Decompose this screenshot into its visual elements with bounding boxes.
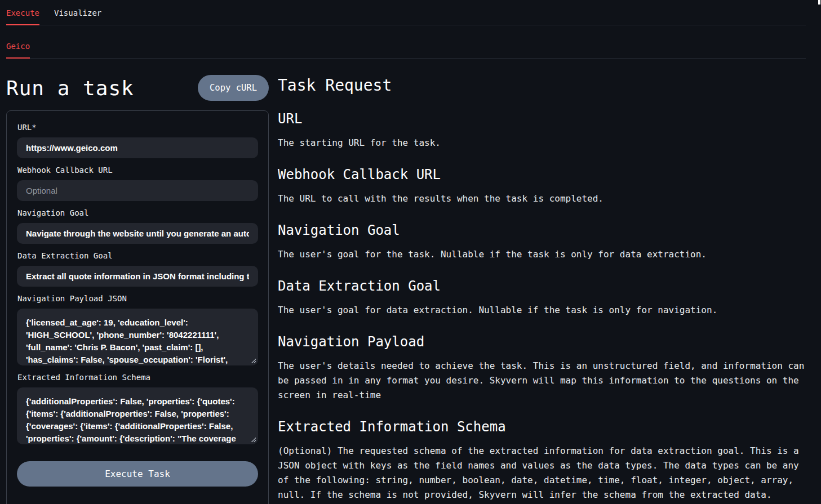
secondary-tab-bar: Geico [6,25,806,59]
doc-section-body: The user's details needed to achieve the… [278,359,806,403]
task-form-panel: Run a task Copy cURL URL* Webhook Callba… [6,75,269,504]
docs-title: Task Request [278,76,806,95]
doc-section-heading: Navigation Payload [278,334,806,350]
tab-visualizer[interactable]: Visualizer [54,8,101,25]
webhook-input[interactable] [17,180,258,201]
field-url: URL* [17,123,258,158]
field-data-extraction-goal: Data Extraction Goal [17,251,258,287]
doc-section-extracted-schema: Extracted Information Schema (Optional) … [278,419,806,502]
tab-execute[interactable]: Execute [6,8,39,25]
doc-section-body: The starting URL for the task. [278,136,806,150]
doc-section-body: The user's goal for the task. Nullable i… [278,247,806,262]
navigation-goal-input[interactable] [17,223,258,244]
field-extracted-schema: Extracted Information Schema {'additiona… [17,373,258,444]
doc-section-data-extraction-goal: Data Extraction Goal The user's goal for… [278,278,806,318]
data-extraction-goal-label: Data Extraction Goal [17,251,258,260]
extracted-schema-textarea[interactable]: {'additionalProperties': False, 'propert… [17,387,258,444]
tab-geico[interactable]: Geico [6,42,30,58]
doc-section-heading: URL [278,111,806,127]
navigation-payload-label: Navigation Payload JSON [17,294,258,303]
copy-curl-button[interactable]: Copy cURL [198,75,269,101]
scrollbar-thumb[interactable] [818,0,820,5]
task-request-docs-panel: Task Request URL The starting URL for th… [278,75,806,502]
doc-section-webhook: Webhook Callback URL The URL to call wit… [278,167,806,206]
task-form-card: URL* Webhook Callback URL Navigation Goa… [6,110,269,504]
page-title: Run a task [6,77,134,100]
doc-section-body: The user's goal for data extraction. Nul… [278,303,806,318]
extracted-schema-label: Extracted Information Schema [17,373,258,382]
doc-section-heading: Data Extraction Goal [278,278,806,294]
field-navigation-payload: Navigation Payload JSON {'licensed_at_ag… [17,294,258,365]
main-content: Run a task Copy cURL URL* Webhook Callba… [0,59,821,504]
webhook-label: Webhook Callback URL [17,166,258,175]
field-navigation-goal: Navigation Goal [17,208,258,244]
data-extraction-goal-input[interactable] [17,266,258,287]
doc-section-body: The URL to call with the results when th… [278,191,806,206]
form-header: Run a task Copy cURL [6,75,269,101]
doc-section-heading: Navigation Goal [278,222,806,238]
execute-task-button[interactable]: Execute Task [17,461,258,487]
doc-section-navigation-goal: Navigation Goal The user's goal for the … [278,222,806,262]
url-input[interactable] [17,137,258,158]
doc-section-url: URL The starting URL for the task. [278,111,806,150]
doc-section-body: (Optional) The requested schema of the e… [278,444,806,502]
field-webhook: Webhook Callback URL [17,166,258,201]
doc-section-navigation-payload: Navigation Payload The user's details ne… [278,334,806,403]
url-label: URL* [17,123,258,132]
navigation-goal-label: Navigation Goal [17,208,258,217]
navigation-payload-textarea[interactable]: {'licensed_at_age': 19, 'education_level… [17,309,258,365]
primary-tab-bar: Execute Visualizer [6,0,806,25]
doc-section-heading: Webhook Callback URL [278,167,806,182]
doc-section-heading: Extracted Information Schema [278,419,806,435]
